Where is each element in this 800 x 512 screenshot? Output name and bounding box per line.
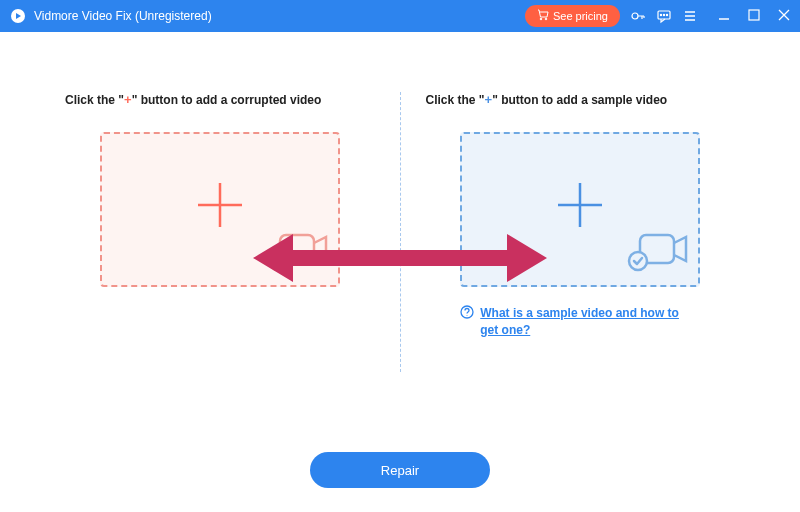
panel-divider [400, 92, 401, 372]
repair-button[interactable]: Repair [310, 452, 490, 488]
svg-point-6 [663, 14, 664, 15]
see-pricing-button[interactable]: See pricing [525, 5, 620, 27]
feedback-icon[interactable] [656, 8, 672, 24]
menu-icon[interactable] [682, 8, 698, 24]
add-icon [190, 175, 250, 245]
sample-video-dropzone[interactable] [460, 132, 700, 287]
sample-help-link[interactable]: What is a sample video and how to get on… [460, 305, 700, 339]
app-title: Vidmore Video Fix (Unregistered) [34, 9, 525, 23]
corrupted-video-dropzone[interactable] [100, 132, 340, 287]
good-video-icon [626, 225, 690, 277]
window-controls [718, 8, 790, 24]
corrupted-video-label: Click the "+" button to add a corrupted … [50, 92, 390, 107]
minimize-button[interactable] [718, 8, 730, 24]
svg-point-3 [632, 13, 638, 19]
sample-help-text: What is a sample video and how to get on… [480, 305, 700, 339]
titlebar-controls: See pricing [525, 5, 790, 27]
main-content: Click the "+" button to add a corrupted … [0, 32, 800, 442]
sample-video-panel: Click the "+" button to add a sample vid… [411, 92, 751, 422]
svg-point-5 [660, 14, 661, 15]
app-logo-icon [10, 8, 26, 24]
corrupted-video-panel: Click the "+" button to add a corrupted … [50, 92, 390, 422]
plus-in-text-icon: + [124, 92, 132, 107]
titlebar: Vidmore Video Fix (Unregistered) See pri… [0, 0, 800, 32]
close-button[interactable] [778, 8, 790, 24]
svg-point-13 [461, 306, 473, 318]
sample-video-label: Click the "+" button to add a sample vid… [411, 92, 751, 107]
svg-point-7 [666, 14, 667, 15]
svg-rect-8 [749, 10, 759, 20]
cart-icon [537, 9, 549, 23]
plus-in-text-icon: + [485, 92, 493, 107]
see-pricing-label: See pricing [553, 10, 608, 22]
help-icon [460, 305, 474, 322]
maximize-button[interactable] [748, 8, 760, 24]
key-icon[interactable] [630, 8, 646, 24]
broken-video-icon [266, 225, 330, 277]
svg-point-2 [545, 18, 547, 20]
footer: Repair [0, 442, 800, 488]
add-icon [550, 175, 610, 245]
svg-point-1 [540, 18, 542, 20]
